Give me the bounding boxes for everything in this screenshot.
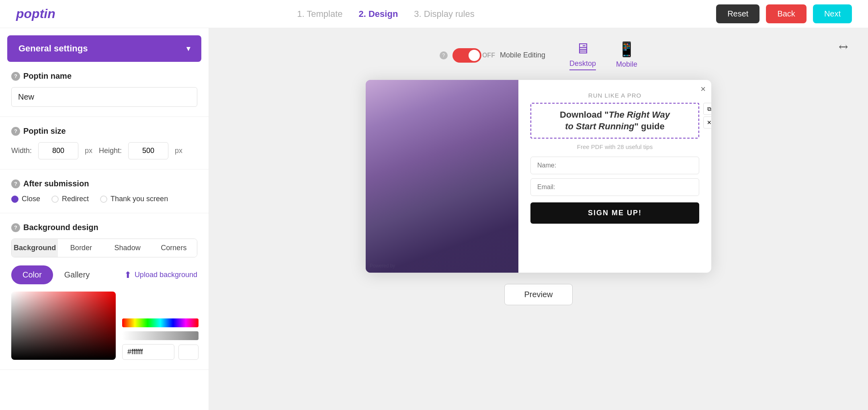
height-input[interactable] xyxy=(128,142,168,159)
run-like-pro-text: RUN LIKE A PRO xyxy=(588,92,641,99)
headline-box[interactable]: Download "The Right Wayto Start Running"… xyxy=(530,103,699,139)
after-submission-section: ? After submission Close Redirect Thank … xyxy=(0,169,209,213)
size-row: Width: px Height: px xyxy=(11,142,197,159)
preview-button[interactable]: Preview xyxy=(504,284,572,305)
toggle-off-text: OFF xyxy=(482,52,495,59)
poptin-name-label: ? Poptin name xyxy=(11,71,197,81)
background-design-label: ? Background design xyxy=(11,223,197,232)
color-gallery-row: Color Gallery ⬆ Upload background xyxy=(11,265,197,284)
top-controls: ? OFF Mobile Editing 🖥 Desktop 📱 Mobile xyxy=(221,40,856,70)
tab-gallery[interactable]: Gallery xyxy=(53,265,101,284)
step-1-label: 1. Template xyxy=(297,9,342,19)
mobile-editing-label: Mobile Editing xyxy=(500,51,545,59)
color-picker-area xyxy=(11,292,197,360)
left-panel: General settings ▾ ? Poptin name ? Popti… xyxy=(0,28,209,410)
radio-redirect-dot xyxy=(51,196,59,203)
background-design-help-icon[interactable]: ? xyxy=(11,223,20,232)
background-design-section: ? Background design Background Border Sh… xyxy=(0,213,209,370)
poptin-name-section: ? Poptin name xyxy=(0,62,209,117)
tab-shadow[interactable]: Shadow xyxy=(104,239,151,257)
headline-wrapper: Download "The Right Wayto Start Running"… xyxy=(530,103,699,143)
tab-mobile[interactable]: 📱 Mobile xyxy=(616,41,637,70)
mobile-help-icon[interactable]: ? xyxy=(440,51,448,59)
email-field[interactable] xyxy=(530,178,699,196)
steps-nav: 1. Template 2. Design 3. Display rules xyxy=(297,9,475,19)
poptin-size-section: ? Poptin size Width: px Height: px xyxy=(0,117,209,169)
upload-icon: ⬆ xyxy=(124,270,131,280)
step-design: 2. Design xyxy=(359,9,398,19)
height-unit: px xyxy=(175,147,182,155)
after-submission-help-icon[interactable]: ? xyxy=(11,180,20,188)
back-button[interactable]: Back xyxy=(766,4,806,23)
poptin-size-help-icon[interactable]: ? xyxy=(11,127,20,136)
tab-corners[interactable]: Corners xyxy=(151,239,197,257)
right-panel: ? OFF Mobile Editing 🖥 Desktop 📱 Mobile xyxy=(209,28,868,410)
tab-desktop[interactable]: 🖥 Desktop xyxy=(569,40,596,70)
tab-background[interactable]: Background xyxy=(12,239,58,257)
opacity-spectrum-bar[interactable] xyxy=(122,331,199,340)
mobile-editing-toggle[interactable] xyxy=(452,48,481,63)
popup-preview: Powered by × RUN LIKE A PRO Download "Th… xyxy=(366,80,711,273)
hex-color-input[interactable] xyxy=(122,344,174,360)
color-spectrum-column xyxy=(122,318,199,360)
submission-radio-group: Close Redirect Thank you screen xyxy=(11,195,197,203)
next-button[interactable]: Next xyxy=(813,4,852,23)
radio-thankyou-dot xyxy=(100,196,107,203)
toggle-slider xyxy=(452,48,481,63)
sub-headline-text: Free PDF with 28 useful tips xyxy=(577,143,653,150)
mobile-editing-area: ? OFF Mobile Editing xyxy=(440,48,545,63)
header-actions: Reset Back Next xyxy=(716,4,852,23)
color-gallery-tabs: Color Gallery xyxy=(11,265,101,284)
poptin-name-input[interactable] xyxy=(11,87,197,107)
main-layout: General settings ▾ ? Poptin name ? Popti… xyxy=(0,28,868,410)
width-input[interactable] xyxy=(38,142,78,159)
name-field[interactable] xyxy=(530,157,699,174)
person-image xyxy=(366,80,518,273)
expand-icon[interactable]: ⤢ xyxy=(835,39,852,55)
popup-close-button[interactable]: × xyxy=(700,84,706,94)
radio-close[interactable]: Close xyxy=(11,195,40,203)
step-template: 1. Template xyxy=(297,9,342,19)
headline-text: Download "The Right Wayto Start Running"… xyxy=(538,109,692,132)
upload-background-button[interactable]: ⬆ Upload background xyxy=(124,270,197,280)
header: poptin 1. Template 2. Design 3. Display … xyxy=(0,0,868,28)
color-swatch-preview[interactable] xyxy=(178,345,199,360)
width-unit: px xyxy=(85,147,92,155)
poptin-name-help-icon[interactable]: ? xyxy=(11,72,20,81)
delete-element-button[interactable]: ✕ xyxy=(703,116,711,129)
mobile-icon: 📱 xyxy=(618,41,636,58)
popup-image-side: Powered by xyxy=(366,80,518,273)
reset-button[interactable]: Reset xyxy=(716,4,760,23)
after-submission-label: ? After submission xyxy=(11,179,197,188)
step-3-label: 3. Display rules xyxy=(414,9,474,19)
signup-button[interactable]: SIGN ME UP! xyxy=(530,202,699,224)
radio-thank-you[interactable]: Thank you screen xyxy=(100,195,168,203)
copy-element-button[interactable]: ⧉ xyxy=(703,103,711,115)
color-gradient-picker[interactable] xyxy=(11,292,116,360)
device-tabs: 🖥 Desktop 📱 Mobile xyxy=(569,40,637,70)
width-label: Width: xyxy=(11,147,32,155)
radio-close-dot xyxy=(11,196,18,203)
hue-spectrum-bar[interactable] xyxy=(122,318,199,327)
height-label: Height: xyxy=(99,147,122,155)
desktop-icon: 🖥 xyxy=(575,40,590,57)
general-settings-header[interactable]: General settings ▾ xyxy=(7,35,201,62)
tab-border[interactable]: Border xyxy=(58,239,104,257)
general-settings-title: General settings xyxy=(18,43,88,54)
radio-redirect[interactable]: Redirect xyxy=(51,195,89,203)
logo: poptin xyxy=(16,6,55,21)
step-2-label: 2. Design xyxy=(359,9,398,19)
background-design-tabs: Background Border Shadow Corners xyxy=(11,239,197,257)
popup-content-side: × RUN LIKE A PRO Download "The Right Way… xyxy=(518,80,711,273)
box-action-buttons: ⧉ ✕ xyxy=(703,103,711,129)
hex-input-row xyxy=(122,344,199,360)
poptin-size-label: ? Poptin size xyxy=(11,126,197,136)
tab-color[interactable]: Color xyxy=(11,265,53,284)
step-display-rules: 3. Display rules xyxy=(414,9,474,19)
chevron-down-icon: ▾ xyxy=(186,44,190,53)
